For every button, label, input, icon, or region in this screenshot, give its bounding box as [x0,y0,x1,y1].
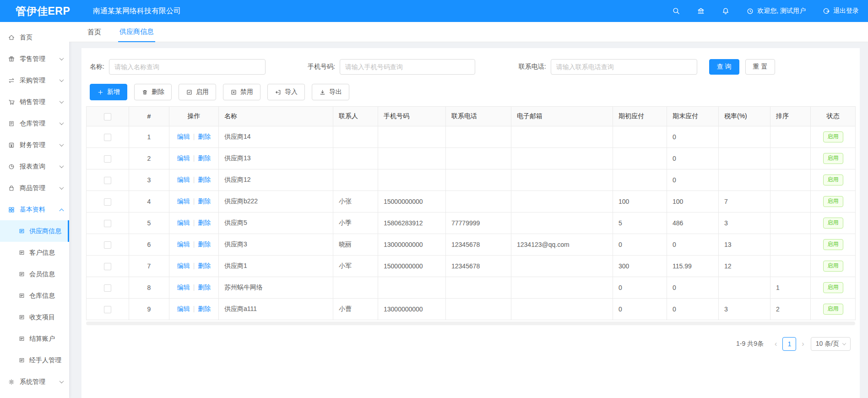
edit-link[interactable]: 编辑 [177,262,190,269]
logout-button[interactable]: 退出登录 [822,7,859,15]
delete-link[interactable]: 删除 [198,197,211,205]
delete-link[interactable]: 删除 [198,284,211,291]
row-checkbox[interactable] [104,263,111,270]
sort-cell [770,213,811,234]
phone-search-input[interactable] [340,59,475,75]
table-body: 1编辑|删除供应商140启用2编辑|删除供应商130启用3编辑|删除供应商120… [87,126,856,320]
product-icon [8,185,15,192]
delete-link[interactable]: 删除 [198,133,211,140]
row-index-cell: 9 [129,299,169,320]
row-index-cell: 6 [129,234,169,256]
delete-link[interactable]: 删除 [198,240,211,248]
row-checkbox[interactable] [104,284,111,292]
sidebar-subitem-供应商信息[interactable]: 供应商信息 [0,220,69,242]
edit-link[interactable]: 编辑 [177,284,190,291]
delete-button[interactable]: 删除 [134,84,172,100]
current-page-button[interactable]: 1 [782,337,796,351]
disable-button[interactable]: 禁用 [223,84,260,100]
opening-payable-cell [613,148,667,169]
row-checkbox[interactable] [104,155,111,163]
import-icon [275,89,282,96]
horizontal-scrollbar[interactable] [86,322,855,325]
edit-link[interactable]: 编辑 [177,197,190,205]
search-icon[interactable] [672,7,680,15]
enable-button[interactable]: 启用 [179,84,216,100]
list-icon [18,271,25,278]
status-cell: 启用 [811,213,856,234]
sidebar-item-仓库管理[interactable]: 仓库管理 [0,113,69,134]
edit-link[interactable]: 编辑 [177,133,190,140]
tab-home[interactable]: 首页 [86,28,103,42]
edit-link[interactable]: 编辑 [177,176,190,183]
row-checkbox[interactable] [104,220,111,227]
edit-link[interactable]: 编辑 [177,240,190,248]
bell-icon[interactable] [722,7,730,15]
status-cell: 启用 [811,169,856,191]
sidebar-item-采购管理[interactable]: 采购管理 [0,70,69,91]
sidebar-subitem-客户信息[interactable]: 客户信息 [0,242,69,263]
delete-link[interactable]: 删除 [198,262,211,269]
export-button[interactable]: 导出 [312,84,349,100]
edit-link[interactable]: 编辑 [177,154,190,162]
status-cell: 启用 [811,256,856,277]
welcome-user[interactable]: 欢迎您, 测试用户 [746,7,806,15]
row-checkbox[interactable] [104,306,111,313]
delete-link[interactable]: 删除 [198,219,211,226]
next-page-button[interactable]: › [799,340,807,348]
tab-supplier-info[interactable]: 供应商信息 [118,27,155,42]
row-checkbox[interactable] [104,241,111,249]
main-area: 首页 供应商信息 名称: 手机号码: 联系电话: 查 询 重 置 [69,22,868,398]
tel-search-input[interactable] [551,59,697,75]
name-search-input[interactable] [109,59,266,75]
sidebar-item-基本资料[interactable]: 基本资料 [0,199,69,220]
mobile-cell: 13000000000 [378,299,446,320]
sidebar-item-销售管理[interactable]: 销售管理 [0,91,69,113]
row-checkbox[interactable] [104,198,111,206]
query-button[interactable]: 查 询 [709,59,739,75]
column-header-操作: 操作 [169,107,219,126]
supplier-name-cell: 供应商13 [219,148,333,169]
list-icon [18,335,25,342]
sidebar-subitem-收支项目[interactable]: 收支项目 [0,306,69,328]
sidebar-subitem-仓库信息[interactable]: 仓库信息 [0,285,69,306]
delete-link[interactable]: 删除 [198,154,211,162]
edit-link[interactable]: 编辑 [177,305,190,312]
row-select-cell [87,169,129,191]
welcome-text: 欢迎您, 测试用户 [757,7,806,15]
select-all-checkbox[interactable] [104,113,111,120]
sidebar-item-零售管理[interactable]: 零售管理 [0,48,69,70]
chevron-down-icon [60,99,64,104]
sidebar-subitem-label: 结算账户 [29,335,55,343]
chevron-down-icon [60,164,64,168]
reset-button[interactable]: 重 置 [745,59,776,75]
status-badge: 启用 [823,153,843,164]
bank-icon[interactable] [697,7,705,15]
row-checkbox[interactable] [104,134,111,141]
list-icon [18,228,25,234]
sidebar-subitem-会员信息[interactable]: 会员信息 [0,263,69,285]
table-row: 4编辑|删除供应商b222小张150000000001001007启用 [87,191,856,213]
sidebar-subitem-结算账户[interactable]: 结算账户 [0,328,69,349]
sidebar-item-报表查询[interactable]: 报表查询 [0,156,69,177]
edit-link[interactable]: 编辑 [177,219,190,226]
email-cell [511,256,613,277]
add-button[interactable]: 新增 [90,84,127,100]
import-button[interactable]: 导入 [267,84,305,100]
sidebar-item-商品管理[interactable]: 商品管理 [0,177,69,199]
sidebar-subitem-经手人管理[interactable]: 经手人管理 [0,349,69,371]
delete-link[interactable]: 删除 [198,305,211,312]
check-square-icon [186,89,193,96]
sidebar-item-首页[interactable]: 首页 [0,27,69,48]
warehouse-icon [8,120,15,127]
delete-link[interactable]: 删除 [198,176,211,183]
home-icon [8,34,15,41]
sidebar-item-财务管理[interactable]: 财务管理 [0,134,69,156]
sidebar-item-系统管理[interactable]: 系统管理 [0,371,69,393]
page-size-select[interactable]: 10 条/页 [811,337,851,351]
purchase-icon [8,77,15,84]
prev-page-button[interactable]: ‹ [772,340,780,348]
row-checkbox[interactable] [104,177,111,184]
search-form: 名称: 手机号码: 联系电话: 查 询 重 置 [86,48,855,81]
opening-payable-cell [613,169,667,191]
sidebar-subitem-label: 供应商信息 [29,227,61,235]
